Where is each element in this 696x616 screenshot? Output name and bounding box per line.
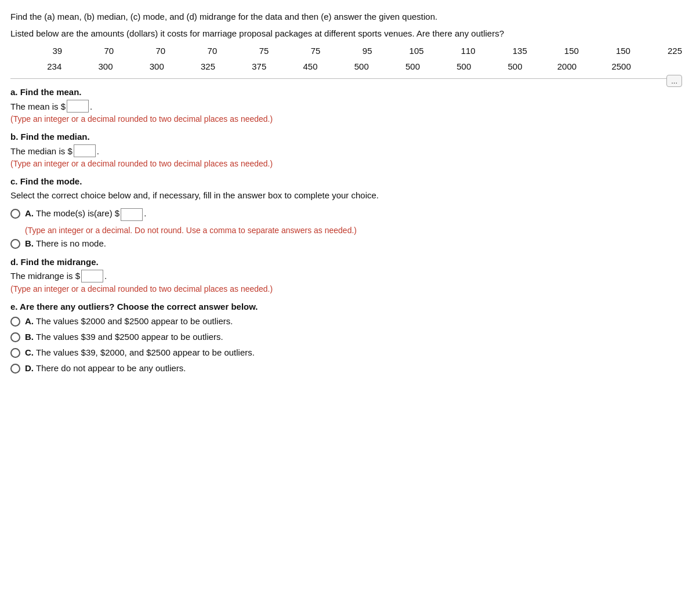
data-cell: 500 <box>481 61 522 71</box>
mode-option-b-text: There is no mode. <box>36 238 106 248</box>
data-cell: 2500 <box>587 61 631 71</box>
section-e-label: e. Are there any outliers? Choose the co… <box>10 302 682 311</box>
data-cell: 75 <box>279 46 320 56</box>
data-cell: 150 <box>538 46 579 56</box>
mean-input[interactable] <box>67 100 89 113</box>
data-grid-row2: 23430030032537545050050050050020002500 <box>21 61 682 71</box>
mode-radio-a[interactable] <box>10 209 20 219</box>
data-grid: 39707070757595105110135150150225 <box>21 46 682 56</box>
data-cell: 75 <box>227 46 269 56</box>
section-a-answer-line: The mean is $ . <box>10 100 682 113</box>
section-a: a. Find the mean. The mean is $ . (Type … <box>10 87 682 124</box>
outlier-option-a[interactable]: A. The values $2000 and $2500 appear to … <box>10 316 682 327</box>
header-line1: Find the (a) mean, (b) median, (c) mode,… <box>10 10 682 24</box>
section-d: d. Find the midrange. The midrange is $ … <box>10 257 682 293</box>
section-c-instruction: Select the correct choice below and, if … <box>10 189 682 202</box>
mode-option-a-label: A. <box>25 208 34 218</box>
section-a-hint: (Type an integer or a decimal rounded to… <box>10 114 682 124</box>
mode-option-a[interactable]: A. The mode(s) is(are) $ . <box>10 208 682 221</box>
outlier-radio-d[interactable] <box>10 364 20 374</box>
outlier-radio-c[interactable] <box>10 348 20 358</box>
section-d-label: d. Find the midrange. <box>10 257 682 267</box>
outlier-option-c-text: The values $39, $2000, and $2500 appear … <box>36 347 255 357</box>
data-cell: 70 <box>72 46 114 56</box>
divider <box>10 78 666 79</box>
section-b-answer-line: The median is $ . <box>10 144 682 157</box>
data-cell: 450 <box>277 61 317 71</box>
data-cell: 500 <box>430 61 471 71</box>
mean-suffix: . <box>90 102 92 111</box>
data-cell: 135 <box>486 46 527 56</box>
section-e: e. Are there any outliers? Choose the co… <box>10 302 682 374</box>
section-b: b. Find the median. The median is $ . (T… <box>10 132 682 168</box>
data-cell: 39 <box>21 46 62 56</box>
data-cell: 150 <box>589 46 630 56</box>
data-cell: 300 <box>72 61 113 71</box>
data-cell: 375 <box>226 61 266 71</box>
data-cell: 2000 <box>533 61 577 71</box>
section-c: c. Find the mode. Select the correct cho… <box>10 176 682 249</box>
data-cell: 500 <box>379 61 420 71</box>
section-b-label: b. Find the median. <box>10 132 682 142</box>
mode-option-a-text: The mode(s) is(are) $ <box>36 208 119 218</box>
outlier-option-c[interactable]: C. The values $39, $2000, and $2500 appe… <box>10 347 682 358</box>
outlier-option-b-label: B. <box>25 332 34 342</box>
data-cell: 225 <box>641 46 682 56</box>
data-cell: 70 <box>124 46 165 56</box>
outlier-option-a-text: The values $2000 and $2500 appear to be … <box>36 316 233 326</box>
outlier-option-d[interactable]: D. There do not appear to be any outlier… <box>10 363 682 374</box>
median-prefix: The median is $ <box>10 146 72 156</box>
mean-prefix: The mean is $ <box>10 102 66 111</box>
section-c-label: c. Find the mode. <box>10 176 682 186</box>
outlier-options: A. The values $2000 and $2500 appear to … <box>10 316 682 374</box>
data-cell <box>641 61 682 71</box>
median-suffix: . <box>97 146 99 156</box>
outlier-option-b[interactable]: B. The values $39 and $2500 appear to be… <box>10 332 682 342</box>
mode-input[interactable] <box>121 208 143 221</box>
outlier-radio-a[interactable] <box>10 317 20 327</box>
data-cell: 95 <box>331 46 372 56</box>
outlier-option-d-label: D. <box>25 363 34 373</box>
section-d-hint: (Type an integer or a decimal rounded to… <box>10 284 682 293</box>
outlier-option-d-text: There do not appear to be any outliers. <box>36 363 186 373</box>
section-b-hint: (Type an integer or a decimal rounded to… <box>10 159 682 168</box>
data-cell: 300 <box>124 61 164 71</box>
data-cell: 234 <box>21 61 61 71</box>
mode-radio-b[interactable] <box>10 239 20 249</box>
section-d-answer-line: The midrange is $ . <box>10 270 682 282</box>
mode-option-a-hint: (Type an integer or a decimal. Do not ro… <box>25 226 682 235</box>
outlier-radio-b[interactable] <box>10 332 20 342</box>
header-line2: Listed below are the amounts (dollars) i… <box>10 27 682 41</box>
mode-option-b[interactable]: B. There is no mode. <box>10 238 682 249</box>
data-cell: 110 <box>434 46 476 56</box>
section-a-label: a. Find the mean. <box>10 87 682 97</box>
mode-option-b-label: B. <box>25 238 34 248</box>
midrange-input[interactable] <box>81 270 103 282</box>
more-button[interactable]: ... <box>666 75 682 87</box>
page-container: Find the (a) mean, (b) median, (c) mode,… <box>0 0 696 616</box>
midrange-suffix: . <box>104 271 107 281</box>
data-cell: 325 <box>175 61 215 71</box>
midrange-prefix: The midrange is $ <box>10 271 80 281</box>
median-input[interactable] <box>74 144 96 157</box>
data-cell: 500 <box>328 61 369 71</box>
outlier-option-c-label: C. <box>25 347 34 357</box>
data-cell: 105 <box>383 46 424 56</box>
mode-option-a-suffix: . <box>144 208 146 218</box>
data-cell: 70 <box>176 46 217 56</box>
outlier-option-b-text: The values $39 and $2500 appear to be ou… <box>36 332 223 342</box>
outlier-option-a-label: A. <box>25 316 34 326</box>
